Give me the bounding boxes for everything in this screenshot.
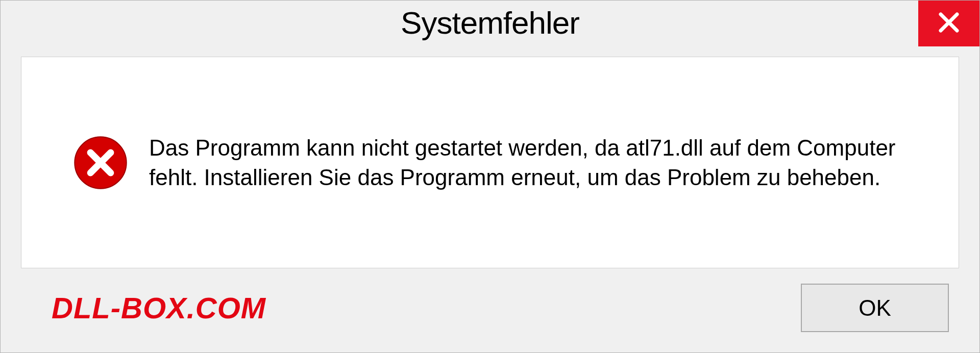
close-button[interactable] bbox=[918, 1, 979, 46]
watermark-text: DLL-BOX.COM bbox=[52, 291, 266, 325]
close-icon bbox=[937, 10, 961, 37]
error-message: Das Programm kann nicht gestartet werden… bbox=[149, 133, 918, 191]
error-icon bbox=[72, 135, 129, 191]
ok-button[interactable]: OK bbox=[801, 284, 949, 332]
dialog-title: Systemfehler bbox=[401, 5, 579, 41]
titlebar: Systemfehler bbox=[1, 1, 979, 52]
error-dialog: Systemfehler Das Programm kann nicht ges… bbox=[0, 0, 980, 353]
content-area: Das Programm kann nicht gestartet werden… bbox=[21, 57, 959, 268]
footer: DLL-BOX.COM OK bbox=[1, 279, 979, 352]
